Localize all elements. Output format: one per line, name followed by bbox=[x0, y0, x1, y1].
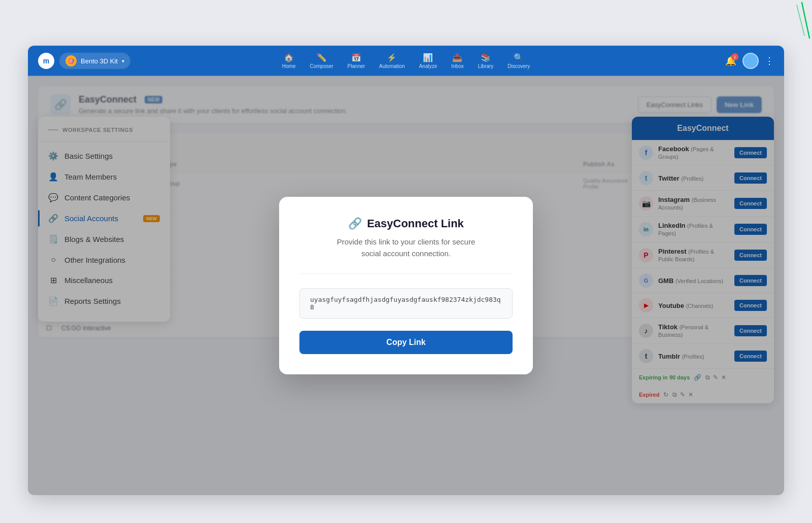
nav-center-items: 🏠 Home ✏️ Composer 📅 Planner ⚡ Automatio… bbox=[282, 53, 530, 69]
workspace-icon: 🎯 bbox=[65, 55, 77, 66]
easyconnect-link-modal: 🔗 EasyConnect Link Provide this link to … bbox=[279, 197, 533, 374]
nav-planner[interactable]: 📅 Planner bbox=[348, 53, 365, 69]
svg-line-0 bbox=[802, 3, 809, 38]
modal-title: 🔗 EasyConnect Link bbox=[299, 217, 513, 230]
analyze-icon: 📊 bbox=[423, 53, 433, 62]
notification-badge: 1 bbox=[731, 53, 738, 60]
user-avatar[interactable] bbox=[742, 53, 759, 69]
modal-link-display: uyasgfuyfsagdfhjasdgfuyasdgfauskf982374z… bbox=[299, 288, 513, 319]
more-options-icon[interactable]: ⋮ bbox=[765, 55, 774, 66]
home-icon: 🏠 bbox=[284, 53, 294, 62]
nav-planner-label: Planner bbox=[348, 63, 365, 69]
browser-window: m 🎯 Bento 3D Kit ▾ 🏠 Home ✏️ Composer 📅 … bbox=[28, 46, 784, 495]
workspace-name: Bento 3D Kit bbox=[81, 57, 118, 65]
nav-inbox-label: Inbox bbox=[451, 63, 463, 69]
nav-automation[interactable]: ⚡ Automation bbox=[379, 53, 405, 69]
workspace-selector[interactable]: 🎯 Bento 3D Kit ▾ bbox=[59, 53, 130, 69]
nav-automation-label: Automation bbox=[379, 63, 405, 69]
nav-right-section: 🔔 1 ⋮ bbox=[725, 53, 774, 69]
nav-home[interactable]: 🏠 Home bbox=[282, 53, 296, 69]
nav-home-label: Home bbox=[282, 63, 296, 69]
main-content: 🔗 EasyConnect NEW Generate a secure link… bbox=[28, 76, 784, 495]
modal-divider bbox=[299, 273, 513, 274]
planner-icon: 📅 bbox=[351, 53, 361, 62]
nav-analyze[interactable]: 📊 Analyze bbox=[419, 53, 437, 69]
nav-composer[interactable]: ✏️ Composer bbox=[310, 53, 333, 69]
copy-link-button[interactable]: Copy Link bbox=[299, 331, 513, 354]
link-icon: 🔗 bbox=[348, 217, 362, 230]
notifications-button[interactable]: 🔔 1 bbox=[725, 55, 736, 66]
nav-inbox[interactable]: 📥 Inbox bbox=[451, 53, 463, 69]
chevron-down-icon: ▾ bbox=[122, 58, 124, 64]
modal-description: Provide this link to your clients for se… bbox=[299, 236, 513, 259]
nav-library[interactable]: 📚 Library bbox=[478, 53, 494, 69]
top-navigation: m 🎯 Bento 3D Kit ▾ 🏠 Home ✏️ Composer 📅 … bbox=[28, 46, 784, 76]
nav-analyze-label: Analyze bbox=[419, 63, 437, 69]
nav-discovery[interactable]: 🔍 Discovery bbox=[507, 53, 530, 69]
automation-icon: ⚡ bbox=[387, 53, 397, 62]
modal-title-text: EasyConnect Link bbox=[367, 217, 464, 230]
nav-discovery-label: Discovery bbox=[507, 63, 530, 69]
inbox-icon: 📥 bbox=[452, 53, 462, 62]
nav-library-label: Library bbox=[478, 63, 494, 69]
nav-composer-label: Composer bbox=[310, 63, 333, 69]
composer-icon: ✏️ bbox=[317, 53, 327, 62]
library-icon: 📚 bbox=[481, 53, 491, 62]
modal-overlay[interactable]: 🔗 EasyConnect Link Provide this link to … bbox=[28, 76, 784, 495]
app-logo[interactable]: m bbox=[38, 53, 54, 69]
discovery-icon: 🔍 bbox=[514, 53, 524, 62]
